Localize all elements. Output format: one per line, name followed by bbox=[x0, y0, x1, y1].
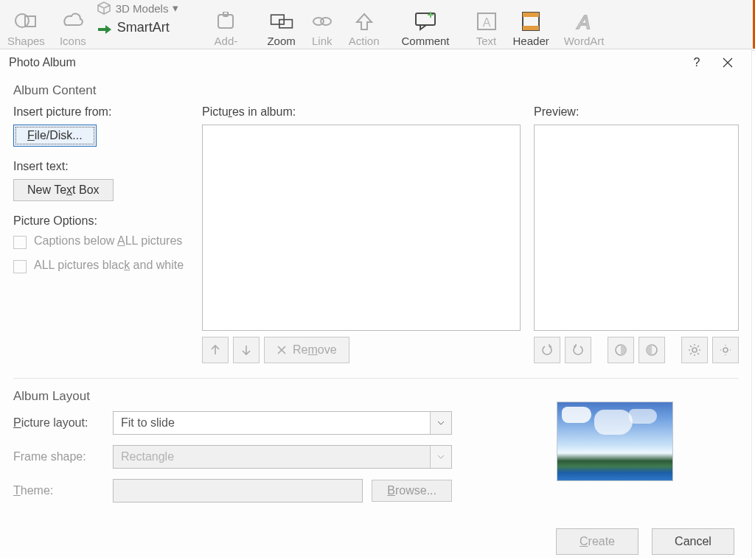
create-button: Create bbox=[556, 528, 639, 555]
icons-icon bbox=[61, 10, 85, 33]
dialog-titlebar: Photo Album ? bbox=[0, 49, 752, 76]
chevron-down-icon bbox=[430, 412, 451, 434]
frame-shape-label: Frame shape: bbox=[13, 450, 113, 463]
divider bbox=[13, 378, 739, 379]
zoom-icon bbox=[270, 10, 293, 33]
svg-text:A: A bbox=[482, 16, 490, 29]
action-icon bbox=[352, 10, 376, 33]
pictures-listbox[interactable] bbox=[202, 125, 521, 331]
insert-text-label: Insert text: bbox=[13, 160, 189, 173]
new-text-box-button[interactable]: New Text Box bbox=[13, 179, 114, 201]
ribbon-zoom[interactable]: Zoom bbox=[260, 1, 302, 47]
contrast-up-button bbox=[608, 337, 634, 363]
ribbon-shapes[interactable]: Shapes bbox=[0, 1, 52, 47]
captions-checkbox: Captions below ALL pictures bbox=[13, 234, 189, 249]
insert-picture-from-label: Insert picture from: bbox=[13, 105, 189, 119]
ribbon-header[interactable]: Header bbox=[506, 1, 557, 47]
brightness-up-button bbox=[681, 337, 708, 363]
svg-text:A: A bbox=[576, 11, 590, 32]
photo-album-dialog: Photo Album ? Album Content Insert pictu… bbox=[0, 49, 752, 558]
theme-label: Theme: bbox=[13, 484, 113, 497]
wordart-icon: A bbox=[572, 10, 596, 33]
pictures-in-album-label: Pictures in album: bbox=[202, 105, 521, 119]
cancel-button[interactable]: Cancel bbox=[652, 528, 734, 555]
frame-shape-combo: Rectangle bbox=[113, 445, 452, 469]
rotate-left-button bbox=[534, 337, 560, 363]
ribbon-addins[interactable]: Add- bbox=[206, 1, 245, 47]
svg-point-7 bbox=[321, 18, 331, 25]
picture-layout-combo[interactable]: Fit to slide bbox=[113, 411, 452, 435]
svg-point-18 bbox=[723, 348, 728, 352]
chevron-down-icon bbox=[430, 446, 451, 468]
help-button[interactable]: ? bbox=[681, 49, 712, 76]
text-icon: A bbox=[475, 10, 498, 33]
link-icon bbox=[310, 10, 334, 33]
preview-label: Preview: bbox=[534, 105, 739, 119]
checkbox-icon bbox=[13, 260, 27, 273]
theme-field bbox=[113, 479, 363, 503]
picture-options-label: Picture Options: bbox=[13, 214, 189, 228]
move-up-button bbox=[202, 337, 229, 363]
svg-rect-12 bbox=[523, 13, 539, 17]
svg-rect-13 bbox=[523, 26, 539, 30]
browse-button: Browse... bbox=[372, 480, 452, 502]
checkbox-icon bbox=[13, 236, 27, 249]
remove-button: Remove bbox=[264, 337, 349, 363]
ribbon-illustrations: 3D Models ▾ SmartArt bbox=[97, 0, 179, 37]
comment-icon bbox=[414, 10, 437, 33]
preview-box bbox=[534, 125, 739, 331]
file-disk-button[interactable]: File/Disk... bbox=[13, 125, 97, 147]
header-icon bbox=[519, 10, 543, 33]
close-button[interactable] bbox=[712, 49, 743, 76]
ribbon-wordart[interactable]: A WordArt bbox=[557, 1, 612, 47]
svg-point-17 bbox=[692, 348, 697, 352]
move-down-button bbox=[233, 337, 260, 363]
album-content-heading: Album Content bbox=[13, 83, 739, 98]
dialog-title: Photo Album bbox=[9, 56, 76, 69]
ribbon-smartart[interactable]: SmartArt bbox=[97, 18, 179, 37]
shapes-icon bbox=[14, 10, 38, 33]
ribbon-comment[interactable]: Comment bbox=[394, 1, 456, 47]
contrast-down-button bbox=[639, 337, 665, 363]
rotate-right-button bbox=[565, 337, 591, 363]
chevron-down-icon: ▾ bbox=[173, 1, 178, 15]
black-white-checkbox: ALL pictures black and white bbox=[13, 258, 189, 273]
brightness-down-button bbox=[712, 337, 739, 363]
ribbon-3d-models[interactable]: 3D Models ▾ bbox=[97, 0, 179, 18]
ribbon-icons[interactable]: Icons bbox=[52, 1, 94, 47]
ribbon-text[interactable]: A Text bbox=[467, 1, 506, 47]
addins-icon bbox=[214, 10, 237, 33]
layout-preview-thumbnail bbox=[557, 402, 673, 481]
ribbon-link[interactable]: Link bbox=[303, 1, 341, 47]
ribbon: Shapes Icons 3D Models ▾ SmartArt Add- Z… bbox=[0, 0, 755, 51]
picture-layout-label: Picture layout: bbox=[13, 416, 113, 430]
ribbon-action[interactable]: Action bbox=[341, 1, 387, 47]
